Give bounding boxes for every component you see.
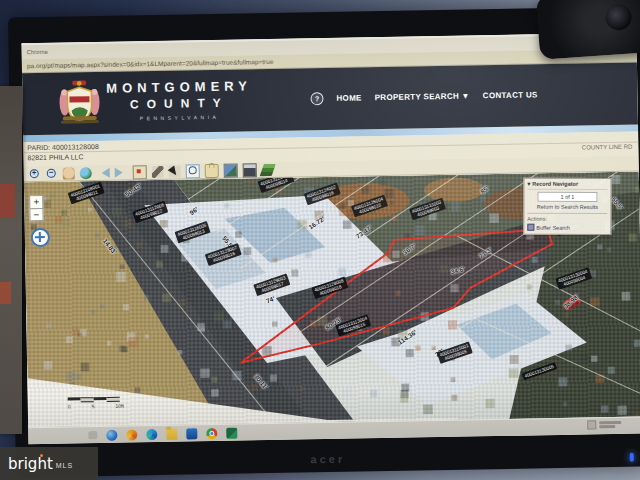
- parcel-id-label: 400013128008400098018: [311, 276, 348, 299]
- next-icon[interactable]: [115, 168, 128, 178]
- file-explorer-taskbar-icon[interactable]: [166, 428, 177, 439]
- parcel-id-label: 400013131003400098003: [409, 198, 446, 221]
- dimension-label: 30.11': [253, 373, 269, 391]
- parcel-id-label: 400013128007400098016: [205, 243, 242, 266]
- system-tray[interactable]: [587, 420, 621, 430]
- buffer-search-icon: [527, 224, 534, 231]
- nav-property-search[interactable]: PROPERTY SEARCH ▼: [375, 92, 470, 103]
- site-title-line1: MONTGOMERY: [106, 78, 252, 96]
- photo-of-monitor: Chrome — ▢ × pa.org/pt/maps/map.aspx?sin…: [0, 0, 640, 480]
- select-icon[interactable]: [169, 165, 181, 177]
- url-text: pa.org/pt/maps/map.aspx?sindex=0&idx=1&L…: [27, 58, 274, 69]
- parcel-id-label: 400013115001400098005: [437, 341, 473, 364]
- previous-icon[interactable]: [97, 168, 110, 178]
- buffer-search-link[interactable]: Buffer Search: [527, 224, 607, 231]
- internet-explorer-taskbar-icon[interactable]: [106, 429, 117, 440]
- parcel-id-label: 400013116005400098013: [175, 221, 211, 244]
- dimension-label: 36.7': [401, 242, 417, 256]
- parcel-id-label: 400013130004400098004: [555, 267, 592, 290]
- screen: Chrome — ▢ × pa.org/pt/maps/map.aspx?sin…: [21, 33, 640, 445]
- tools-icon[interactable]: [152, 165, 164, 177]
- monitor-brand-logo: acer: [16, 448, 640, 471]
- site-title-line2: COUNTY: [106, 95, 252, 112]
- outlook-taskbar-icon[interactable]: [186, 428, 197, 439]
- buffer-icon[interactable]: [205, 163, 219, 177]
- map-viewport[interactable]: 50.42'96'14.83'55.5'16.72'73.47'63.87'74…: [24, 172, 640, 428]
- bright-mls-watermark: bright MLS: [0, 447, 98, 480]
- collapse-caret-icon[interactable]: ▾: [527, 181, 530, 187]
- dimension-label: 14.83': [102, 237, 119, 255]
- identify-icon[interactable]: [186, 164, 200, 178]
- nav-home[interactable]: HOME: [336, 93, 361, 102]
- site-tagline: PENNSYLVANIA: [107, 113, 253, 122]
- main-nav: ? HOMEPROPERTY SEARCH ▼CONTACT US: [310, 88, 537, 105]
- firefox-taskbar-icon[interactable]: [126, 429, 137, 440]
- power-led: [630, 453, 634, 462]
- dimension-label: 55.5': [610, 196, 624, 211]
- dimension-label: 74': [265, 295, 276, 305]
- zoom-out-icon[interactable]: [46, 167, 58, 179]
- dimension-label: 73.47': [354, 224, 373, 240]
- clock-text: [599, 421, 621, 424]
- scale-5: 5: [92, 403, 95, 409]
- print-icon[interactable]: [243, 163, 257, 177]
- fill-icon[interactable]: [224, 163, 238, 177]
- county-crest-icon: [58, 80, 101, 127]
- actions-label: Actions:: [527, 216, 607, 222]
- full-extent-icon[interactable]: [80, 167, 92, 179]
- record-navigator-panel: ▾ Record Navigator 1 of 1 Return to Sear…: [523, 178, 611, 235]
- parcel-id-label: 400013112006400098012: [132, 201, 168, 224]
- monitor-bezel: Chrome — ▢ × pa.org/pt/maps/map.aspx?sin…: [8, 7, 640, 478]
- webcam: [536, 0, 640, 60]
- dimension-label: 71.3': [477, 246, 493, 260]
- zoom-in-icon[interactable]: [29, 168, 41, 180]
- tray-icon[interactable]: [587, 420, 596, 429]
- browser-tab-title: Chrome: [27, 49, 48, 55]
- return-to-results-link[interactable]: Return to Search Results: [527, 204, 607, 210]
- record-navigator-title: Record Navigator: [532, 181, 578, 187]
- dimension-label: 96': [188, 205, 199, 216]
- nav-contact-us[interactable]: CONTACT US: [483, 90, 538, 100]
- pan-icon[interactable]: [63, 167, 75, 179]
- help-icon[interactable]: ?: [310, 92, 323, 105]
- parcel-id-label: 400013124002400098016: [304, 183, 341, 206]
- dimension-label: 85': [479, 184, 490, 195]
- site-title: MONTGOMERY COUNTY PENNSYLVANIA: [106, 78, 252, 122]
- owner-text: 82821 PHILA LLC: [27, 153, 83, 161]
- dimension-label: 114.36': [397, 328, 418, 346]
- overview-map-icon[interactable]: [133, 165, 147, 179]
- parcel-id-label: 400013126004400098015: [351, 195, 388, 218]
- watermark-word: bright: [8, 455, 53, 473]
- scale-10ft: 10ft: [115, 403, 123, 409]
- tray-widget-taskbar-icon[interactable]: [88, 431, 97, 439]
- parcel-id-label: 400013130005: [522, 362, 557, 380]
- dimension-label: 38.98': [562, 293, 580, 310]
- record-count: 1 of 1: [537, 192, 597, 202]
- layers-icon[interactable]: [260, 163, 276, 175]
- dimension-label: 50.42': [124, 182, 143, 198]
- chrome-taskbar-icon[interactable]: [206, 427, 217, 438]
- parcel-id-label: 400013108001400098011: [68, 182, 105, 205]
- date-text: [599, 425, 615, 428]
- zoom-out-button[interactable]: −: [29, 208, 43, 221]
- edge-taskbar-icon[interactable]: [146, 429, 157, 440]
- adjacent-monitor-edge: [0, 86, 22, 434]
- scale-0: 0: [68, 404, 71, 410]
- dimension-label: 34.6': [450, 265, 465, 275]
- watermark-suffix: MLS: [56, 462, 73, 469]
- scale-bar: 0 5 10ft: [68, 397, 124, 410]
- site-header: MONTGOMERY COUNTY PENNSYLVANIA ? HOMEPRO…: [22, 63, 638, 136]
- zoom-in-button[interactable]: +: [29, 195, 43, 208]
- excel-taskbar-icon[interactable]: [226, 427, 237, 438]
- street-label: COUNTY LINE RD: [582, 144, 633, 152]
- dimension-label: 16.72': [307, 215, 326, 231]
- map-zoom-controls: + −: [29, 195, 43, 221]
